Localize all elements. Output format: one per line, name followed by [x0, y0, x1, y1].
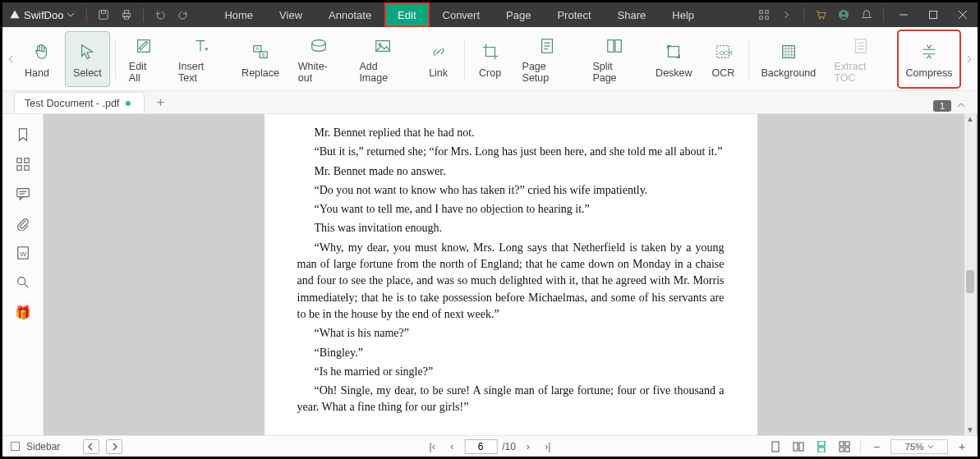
view-grid-button[interactable]: [837, 440, 852, 453]
tab-view[interactable]: View: [266, 2, 315, 27]
svg-rect-42: [24, 158, 28, 163]
maximize-button[interactable]: [918, 2, 948, 27]
svg-point-10: [823, 18, 825, 20]
svg-rect-8: [766, 16, 769, 20]
thumbnails-button[interactable]: [14, 155, 32, 173]
doc-paragraph: “Is he married or single?”: [297, 364, 725, 380]
overflow-button[interactable]: [775, 2, 798, 27]
doc-paragraph: “Bingley.”: [297, 345, 725, 361]
svg-text:B: B: [262, 52, 265, 57]
doc-paragraph: “Oh! Single, my dear, to be sure! A sing…: [297, 383, 725, 416]
svg-text:OCR: OCR: [720, 48, 733, 56]
zoom-out-button[interactable]: −: [869, 439, 884, 454]
tab-home[interactable]: Home: [211, 2, 266, 27]
svg-rect-55: [818, 441, 825, 446]
svg-rect-5: [760, 11, 763, 14]
minimize-button[interactable]: [889, 2, 918, 27]
ribbon-white-out[interactable]: White-out: [290, 31, 348, 87]
word-export-button[interactable]: W: [14, 244, 32, 262]
tab-share[interactable]: Share: [605, 2, 660, 27]
nav-forward-button[interactable]: [106, 439, 122, 454]
ribbon-deskew[interactable]: Deskew: [648, 31, 699, 87]
ribbon-scroll-left[interactable]: [2, 27, 19, 91]
ribbon: Hand Select Edit All Insert Text AB Repl…: [2, 27, 978, 91]
svg-point-26: [379, 43, 381, 45]
ribbon-split-page[interactable]: Split Page: [584, 31, 645, 87]
extract-toc-icon: [852, 36, 870, 56]
scroll-up-icon[interactable]: ▲: [966, 114, 974, 124]
redo-button[interactable]: [172, 2, 195, 27]
scroll-down-icon[interactable]: ▼: [966, 425, 974, 435]
swifdoo-logo-icon: [9, 9, 21, 21]
document-viewport[interactable]: Mr. Bennet replied that he had not. “But…: [44, 114, 978, 435]
notifications-button[interactable]: [855, 2, 878, 27]
doc-paragraph: “You want to tell me, and I have no obje…: [297, 201, 725, 218]
ribbon-compress[interactable]: Compress: [899, 31, 959, 87]
svg-rect-44: [24, 166, 28, 170]
tab-protect[interactable]: Protect: [544, 2, 604, 27]
ribbon-edit-all[interactable]: Edit All: [121, 31, 167, 87]
vertical-scrollbar[interactable]: ▲ ▼: [964, 114, 976, 435]
zoom-dropdown[interactable]: 75%: [890, 439, 948, 454]
view-continuous-button[interactable]: [814, 440, 829, 453]
save-button[interactable]: [92, 2, 115, 27]
ribbon-link[interactable]: Link: [418, 31, 459, 87]
cart-button[interactable]: [809, 2, 832, 27]
sidebar-checkbox[interactable]: [11, 442, 20, 451]
gift-button[interactable]: 🎁: [14, 303, 32, 321]
ribbon-select[interactable]: Select: [65, 31, 110, 87]
scrollbar-thumb[interactable]: [966, 270, 974, 293]
cursor-icon: [78, 41, 96, 62]
nav-back-button[interactable]: [83, 439, 99, 454]
svg-rect-41: [16, 158, 21, 163]
ribbon-page-setup[interactable]: Page Setup: [514, 31, 582, 87]
tab-page[interactable]: Page: [493, 2, 544, 27]
svg-rect-32: [615, 39, 621, 52]
first-page-button[interactable]: |‹: [425, 441, 439, 452]
svg-rect-53: [794, 443, 798, 451]
ribbon-hand[interactable]: Hand: [21, 31, 62, 87]
ribbon-extract-toc[interactable]: Extract TOC: [826, 31, 895, 87]
comments-button[interactable]: [14, 185, 32, 203]
view-facing-button[interactable]: [791, 440, 806, 453]
tab-help[interactable]: Help: [659, 2, 707, 27]
search-button[interactable]: [14, 273, 32, 291]
document-tab[interactable]: Test Document - .pdf: [14, 92, 145, 113]
zoom-in-button[interactable]: +: [955, 439, 969, 454]
ribbon-crop[interactable]: Crop: [470, 31, 511, 87]
ribbon-background[interactable]: Background: [754, 31, 822, 87]
image-icon: [374, 36, 392, 56]
close-button[interactable]: [948, 2, 978, 27]
ribbon-insert-text[interactable]: Insert Text: [170, 31, 231, 87]
tab-edit[interactable]: Edit: [384, 2, 429, 27]
print-button[interactable]: [115, 2, 138, 27]
ribbon-add-image[interactable]: Add Image: [351, 31, 414, 87]
tab-annotate[interactable]: Annotate: [315, 2, 384, 27]
attachments-button[interactable]: [14, 214, 32, 232]
svg-rect-43: [16, 166, 21, 170]
collapse-ribbon-button[interactable]: [956, 99, 966, 113]
svg-rect-45: [16, 189, 28, 197]
account-button[interactable]: [832, 2, 855, 27]
svg-rect-6: [766, 11, 769, 14]
crop-icon: [481, 41, 499, 62]
prev-page-button[interactable]: ‹: [444, 441, 459, 452]
next-page-button[interactable]: ›: [521, 441, 536, 452]
app-dropdown-icon[interactable]: [67, 11, 75, 19]
current-page-input[interactable]: [464, 439, 497, 454]
ribbon-scroll-right[interactable]: [961, 27, 978, 91]
tab-convert[interactable]: Convert: [430, 2, 494, 27]
doc-paragraph: “Why, my dear, you must know, Mrs. Long …: [297, 240, 725, 323]
background-icon: [780, 41, 798, 62]
ocr-icon: OCR: [714, 41, 732, 62]
svg-rect-31: [608, 39, 614, 52]
link-icon: [430, 41, 448, 62]
new-tab-button[interactable]: +: [150, 92, 171, 113]
ribbon-replace[interactable]: AB Replace: [234, 31, 286, 87]
bookmarks-button[interactable]: [14, 126, 32, 144]
last-page-button[interactable]: ›|: [541, 441, 555, 452]
ribbon-ocr[interactable]: OCR OCR: [702, 31, 743, 87]
view-single-button[interactable]: [768, 440, 783, 453]
apps-button[interactable]: [752, 2, 775, 27]
undo-button[interactable]: [149, 2, 172, 27]
